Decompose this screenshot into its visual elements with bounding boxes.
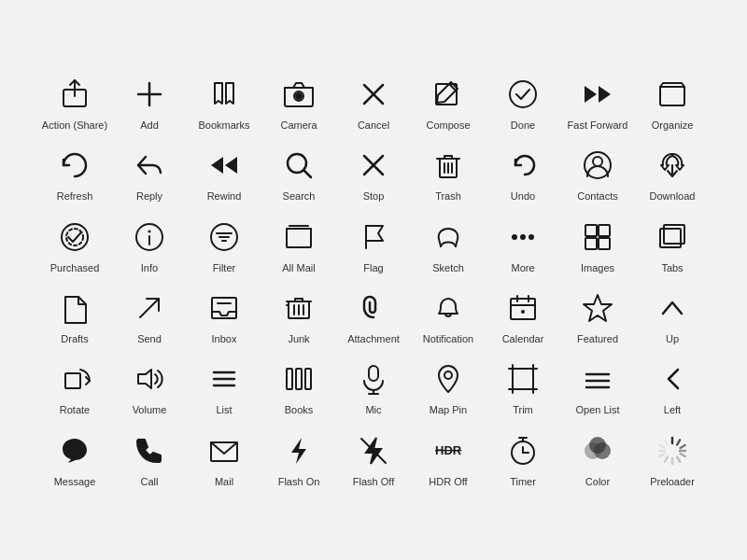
cancel-label: Cancel [358, 119, 389, 132]
svg-marker-14 [211, 157, 223, 174]
icon-item-rewind[interactable]: Rewind [187, 137, 261, 208]
icon-item-allmail[interactable]: All Mail [261, 209, 336, 280]
icon-item-flag[interactable]: Flag [336, 209, 411, 280]
icon-item-bookmarks[interactable]: Bookmarks [187, 66, 261, 137]
icon-item-rotate[interactable]: Rotate [37, 351, 112, 422]
icon-item-action[interactable]: Action (Share) [37, 66, 112, 137]
svg-marker-63 [584, 295, 612, 321]
icon-item-filter[interactable]: Filter [187, 209, 261, 280]
icon-item-reply[interactable]: Reply [112, 137, 187, 208]
icon-item-timer[interactable]: Timer [486, 423, 560, 494]
undo-icon [502, 145, 543, 186]
icon-item-hdroff[interactable]: HDR HDR Off [411, 423, 486, 494]
openlist-label: Open List [575, 403, 619, 416]
svg-rect-46 [599, 238, 610, 249]
more-icon [502, 217, 543, 258]
action-label: Action (Share) [42, 119, 107, 132]
volume-label: Volume [133, 403, 167, 416]
icon-item-add[interactable]: Add [112, 66, 187, 137]
icon-item-mic[interactable]: Mic [336, 351, 411, 422]
icon-item-cancel[interactable]: Cancel [336, 66, 411, 137]
send-label: Send [137, 332, 162, 345]
icon-item-organize[interactable]: Organize [635, 66, 710, 137]
icon-item-download[interactable]: Download [635, 137, 710, 208]
icon-item-contacts[interactable]: Contacts [560, 137, 635, 208]
info-label: Info [141, 261, 158, 274]
reply-label: Reply [136, 189, 162, 203]
hdroff-label: HDR Off [429, 475, 467, 488]
camera-label: Camera [280, 119, 317, 132]
svg-point-25 [593, 157, 602, 166]
icon-item-search[interactable]: Search [261, 137, 336, 208]
icon-item-send[interactable]: Send [112, 280, 187, 351]
mail-icon [204, 430, 245, 471]
call-label: Call [141, 475, 159, 488]
add-icon [129, 74, 170, 115]
icon-item-more[interactable]: More [486, 209, 560, 280]
contacts-icon [577, 145, 618, 186]
icon-item-featured[interactable]: Featured [560, 280, 635, 351]
icon-item-flashon[interactable]: Flash On [261, 423, 336, 494]
svg-point-41 [520, 234, 526, 240]
icon-item-drafts[interactable]: Drafts [37, 280, 112, 351]
icon-item-preloader[interactable]: Preloader [635, 423, 710, 494]
tabs-icon [652, 217, 693, 258]
svg-rect-70 [296, 369, 302, 389]
mail-label: Mail [215, 475, 233, 488]
send-icon [129, 287, 170, 329]
featured-label: Featured [577, 332, 618, 345]
icon-item-up[interactable]: Up [635, 280, 710, 351]
svg-rect-45 [585, 238, 597, 249]
icon-item-calendar[interactable]: Calendar [486, 280, 560, 351]
icon-item-attachment[interactable]: Attachment [336, 280, 411, 351]
icon-item-left[interactable]: Left [635, 351, 710, 422]
icon-item-color[interactable]: Color [560, 423, 635, 494]
icon-item-volume[interactable]: Volume [112, 351, 187, 422]
search-label: Search [283, 189, 316, 203]
icon-item-trash[interactable]: Trash [411, 137, 486, 208]
trim-icon [502, 358, 543, 399]
icon-item-compose[interactable]: Compose [411, 66, 486, 137]
trim-label: Trim [513, 403, 533, 416]
icon-item-mail[interactable]: Mail [187, 423, 261, 494]
done-icon [502, 74, 543, 115]
stop-icon [353, 145, 394, 186]
icon-item-list[interactable]: List [187, 351, 261, 422]
icon-item-purchased[interactable]: Purchased [37, 209, 112, 280]
icon-item-images[interactable]: Images [560, 209, 635, 280]
icon-item-trim[interactable]: Trim [486, 351, 560, 422]
icon-item-stop[interactable]: Stop [336, 137, 411, 208]
undo-label: Undo [511, 189, 535, 203]
icon-item-message[interactable]: Message [37, 423, 112, 494]
camera-icon [278, 74, 319, 115]
icon-item-undo[interactable]: Undo [486, 137, 560, 208]
more-label: More [511, 261, 534, 274]
filter-label: Filter [213, 261, 235, 274]
icon-item-junk[interactable]: Junk [261, 280, 336, 351]
icon-item-refresh[interactable]: Refresh [37, 137, 112, 208]
preloader-icon [652, 430, 693, 471]
svg-marker-11 [585, 86, 597, 103]
icon-item-mappin[interactable]: Map Pin [411, 351, 486, 422]
icon-item-fastforward[interactable]: Fast Forward [560, 66, 635, 137]
icon-item-sketch[interactable]: Sketch [411, 209, 486, 280]
icon-item-flashoff[interactable]: Flash Off [336, 423, 411, 494]
icon-item-inbox[interactable]: Inbox [187, 280, 261, 351]
sketch-label: Sketch [432, 261, 464, 274]
icon-item-books[interactable]: Books [261, 351, 336, 422]
svg-line-109 [659, 454, 664, 456]
icon-item-openlist[interactable]: Open List [560, 351, 635, 422]
attachment-label: Attachment [347, 332, 400, 345]
icon-item-call[interactable]: Call [112, 423, 187, 494]
svg-marker-65 [138, 370, 151, 388]
up-label: Up [666, 332, 679, 345]
icon-item-info[interactable]: Info [112, 209, 187, 280]
icon-item-camera[interactable]: Camera [261, 66, 336, 137]
svg-point-100 [589, 437, 606, 454]
svg-line-49 [140, 299, 159, 317]
svg-rect-43 [585, 225, 597, 236]
icon-item-done[interactable]: Done [486, 66, 560, 137]
icon-item-notification[interactable]: Notification [411, 280, 486, 351]
icon-item-tabs[interactable]: Tabs [635, 209, 710, 280]
refresh-label: Refresh [57, 189, 93, 203]
